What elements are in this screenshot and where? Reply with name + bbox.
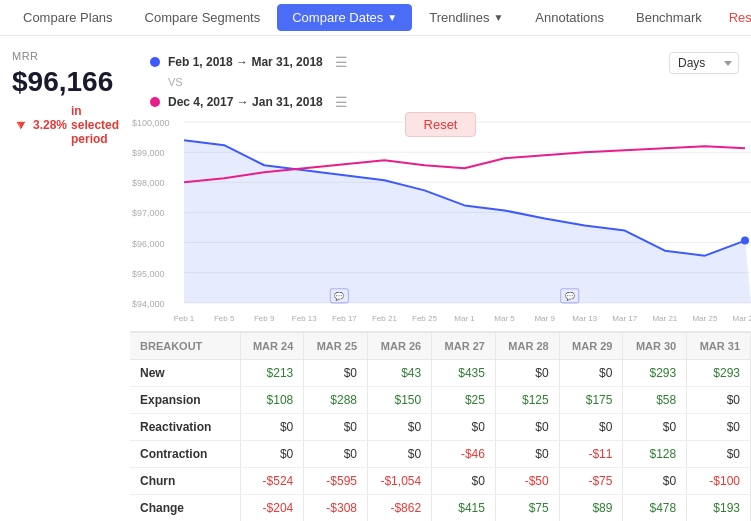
secondary-date-menu-icon[interactable]: ☰ [335,94,348,110]
table-cell: $150 [368,387,432,414]
svg-text:Mar 9: Mar 9 [534,314,555,323]
svg-text:Mar 25: Mar 25 [692,314,717,323]
table-cell: $0 [687,414,751,441]
chart-reset-button[interactable]: Reset [405,112,477,137]
days-dropdown-container: Days Weeks Months [669,44,751,74]
svg-text:Mar 5: Mar 5 [494,314,515,323]
table-cell: $25 [432,387,496,414]
svg-text:$95,000: $95,000 [132,269,165,279]
table-section: BREAKOUT MAR 24 MAR 25 MAR 26 MAR 27 MAR… [130,331,751,521]
table-cell: $125 [495,387,559,414]
table-cell: -$11 [559,441,623,468]
col-mar29: MAR 29 [559,333,623,360]
col-mar28: MAR 28 [495,333,559,360]
days-select[interactable]: Days Weeks Months [669,52,739,74]
col-mar26: MAR 26 [368,333,432,360]
table-cell: $89 [559,495,623,522]
table-cell: -$862 [368,495,432,522]
table-row: Expansion$108$288$150$25$125$175$58$0 [130,387,751,414]
row-label: Expansion [130,387,240,414]
row-label: Change [130,495,240,522]
table-header-row: BREAKOUT MAR 24 MAR 25 MAR 26 MAR 27 MAR… [130,333,751,360]
metric-label: MRR [12,50,118,62]
table-cell: $0 [559,414,623,441]
metric-change-pct: 3.28% [33,118,67,132]
table-cell: -$100 [687,468,751,495]
table-cell: $0 [495,414,559,441]
nav-compare-dates[interactable]: Compare Dates ▼ [277,4,412,31]
nav-trendlines[interactable]: Trendlines ▼ [414,4,518,31]
svg-text:Mar 29: Mar 29 [733,314,751,323]
col-mar27: MAR 27 [432,333,496,360]
svg-text:Mar 17: Mar 17 [612,314,637,323]
table-cell: $0 [304,414,368,441]
date-compare: Feb 1, 2018 → Mar 31, 2018 ☰ VS Dec 4, 2… [130,44,669,110]
table-row: Contraction$0$0$0-$46$0-$11$128$0 [130,441,751,468]
nav-annotations[interactable]: Annotations [520,4,619,31]
table-cell: $0 [432,468,496,495]
primary-dot [150,57,160,67]
nav-compare-segments[interactable]: Compare Segments [130,4,276,31]
nav-benchmark[interactable]: Benchmark [621,4,717,31]
col-breakout: BREAKOUT [130,333,240,360]
secondary-date-row: Dec 4, 2017 → Jan 31, 2018 ☰ [150,94,669,110]
table-cell: $0 [240,441,304,468]
reset-button[interactable]: Reset [721,5,751,30]
table-cell: $108 [240,387,304,414]
table-cell: $0 [559,360,623,387]
table-row: Churn-$524-$595-$1,054$0-$50-$75$0-$100 [130,468,751,495]
table-cell: $0 [432,414,496,441]
table-cell: $0 [623,414,687,441]
table-row: Change-$204-$308-$862$415$75$89$478$193 [130,495,751,522]
svg-text:Feb 5: Feb 5 [214,314,235,323]
svg-text:$99,000: $99,000 [132,148,165,158]
table-cell: $415 [432,495,496,522]
table-row: Reactivation$0$0$0$0$0$0$0$0 [130,414,751,441]
svg-text:Mar 13: Mar 13 [572,314,597,323]
svg-text:$97,000: $97,000 [132,208,165,218]
svg-text:Feb 17: Feb 17 [332,314,357,323]
col-mar31: MAR 31 [687,333,751,360]
primary-date-row: Feb 1, 2018 → Mar 31, 2018 ☰ [150,54,669,70]
table-cell: $435 [432,360,496,387]
table-cell: -$204 [240,495,304,522]
table-cell: $0 [495,441,559,468]
down-arrow-icon: 🔻 [12,117,29,133]
svg-text:💬: 💬 [334,291,345,301]
row-label: New [130,360,240,387]
metric-change-text: in selected period [71,104,119,146]
main-area: MRR $96,166 🔻 3.28% in selected period F… [0,36,751,521]
col-mar30: MAR 30 [623,333,687,360]
nav-bar: Compare Plans Compare Segments Compare D… [0,0,751,36]
secondary-date: Dec 4, 2017 → Jan 31, 2018 [168,95,323,109]
table-cell: $478 [623,495,687,522]
svg-point-19 [741,237,749,245]
svg-text:Feb 13: Feb 13 [292,314,317,323]
svg-text:Feb 21: Feb 21 [372,314,397,323]
table-cell: $0 [240,414,304,441]
svg-text:$94,000: $94,000 [132,299,165,309]
data-table: BREAKOUT MAR 24 MAR 25 MAR 26 MAR 27 MAR… [130,333,751,521]
table-cell: $0 [304,360,368,387]
table-row: New$213$0$43$435$0$0$293$293 [130,360,751,387]
nav-compare-plans[interactable]: Compare Plans [8,4,128,31]
svg-text:Mar 21: Mar 21 [652,314,677,323]
table-cell: -$524 [240,468,304,495]
table-cell: $43 [368,360,432,387]
left-panel: MRR $96,166 🔻 3.28% in selected period [0,36,130,521]
svg-text:Feb 25: Feb 25 [412,314,437,323]
svg-text:$98,000: $98,000 [132,178,165,188]
secondary-dot [150,97,160,107]
table-cell: -$50 [495,468,559,495]
table-cell: $293 [623,360,687,387]
svg-text:$100,000: $100,000 [132,118,170,128]
row-label: Reactivation [130,414,240,441]
table-cell: $293 [687,360,751,387]
svg-text:Feb 9: Feb 9 [254,314,275,323]
primary-date: Feb 1, 2018 → Mar 31, 2018 [168,55,323,69]
vs-label: VS [168,76,669,88]
svg-text:Feb 1: Feb 1 [174,314,195,323]
table-cell: -$1,054 [368,468,432,495]
table-cell: $0 [368,441,432,468]
primary-date-menu-icon[interactable]: ☰ [335,54,348,70]
